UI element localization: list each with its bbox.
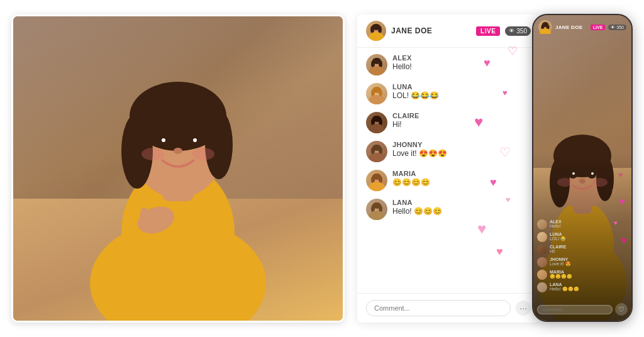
- phone-heart-icon: ♥: [614, 219, 618, 226]
- comment-content: LANA Hello! 😊😊😊: [392, 199, 442, 216]
- comment-content: LUNA LOL! 😂😂😂: [392, 83, 439, 100]
- commenter-avatar: [366, 170, 387, 191]
- phone-commenter-name: ALEX: [550, 219, 562, 224]
- comment-content: JHONNY Love it! 😍😍😍: [392, 141, 447, 158]
- commenter-name: JHONNY: [392, 141, 447, 148]
- phone-commenter-avatar: [537, 219, 547, 229]
- svg-point-9: [162, 138, 165, 142]
- phone-comment-text: Hi!: [550, 249, 566, 253]
- commenter-avatar: [366, 199, 387, 220]
- photo-frame: [11, 14, 345, 323]
- svg-point-12: [142, 148, 164, 160]
- commenter-avatar: [366, 141, 387, 162]
- svg-point-11: [174, 148, 182, 154]
- phone-commenter-avatar: [537, 232, 547, 242]
- phone-commenter-avatar: [537, 257, 547, 267]
- more-dots-icon: ···: [519, 303, 527, 313]
- svg-point-30: [369, 95, 385, 104]
- comment-text: Hello! 😊😊😊: [392, 207, 442, 216]
- phone-heart-icon: ♥: [619, 196, 626, 207]
- chat-panel: JANE DOE LIVE 👁 350: [357, 14, 540, 323]
- phone-commenter-avatar: [537, 245, 547, 255]
- svg-point-25: [369, 66, 385, 75]
- woman-illustration: [46, 16, 310, 321]
- phone-eye-icon: 👁: [611, 25, 615, 30]
- host-name-label: JANE DOE: [391, 26, 471, 35]
- comment-item: JHONNY Love it! 😍😍😍: [366, 141, 531, 162]
- phone-host-name-label: JANE DOE: [555, 25, 587, 30]
- svg-point-13: [192, 148, 214, 160]
- svg-point-40: [369, 153, 385, 162]
- svg-point-10: [193, 138, 197, 142]
- viewer-count-value: 350: [516, 28, 527, 35]
- host-avatar: [366, 21, 386, 41]
- svg-point-18: [370, 26, 374, 33]
- live-badge: LIVE: [476, 26, 500, 36]
- phone-comment-content: ALEX Hello!: [550, 219, 562, 228]
- phone-comment-input[interactable]: [537, 305, 613, 314]
- commenter-name: MARIA: [392, 170, 430, 177]
- comment-text: Hello!: [392, 62, 412, 71]
- phone-comment-text: 😊😊😊😊: [550, 274, 572, 279]
- phone-comment-content: LANA Hello! 😊😊😊: [550, 282, 579, 292]
- comment-content: ALEX Hello!: [392, 54, 412, 71]
- phone-comment-content: LUNA LOL! 😂: [550, 232, 566, 241]
- phone-commenter-name: JHONNY: [550, 257, 571, 262]
- main-container: JANE DOE LIVE 👁 350: [0, 0, 644, 337]
- phone-commenter-avatar: [537, 270, 547, 280]
- comment-input[interactable]: [366, 300, 511, 316]
- svg-point-20: [369, 32, 384, 41]
- comment-item: ALEX Hello!: [366, 54, 531, 75]
- phone-viewer-count-value: 350: [616, 25, 624, 30]
- commenter-avatar: [366, 112, 387, 133]
- commenter-name: LUNA: [392, 83, 439, 91]
- commenter-avatar: [366, 83, 387, 104]
- phone-heart-button[interactable]: ♡: [615, 303, 628, 316]
- phone-commenter-name: LANA: [550, 282, 579, 287]
- svg-point-45: [369, 182, 385, 191]
- comment-input-area: ···: [357, 293, 540, 323]
- commenter-name: CLAIRE: [392, 112, 419, 119]
- svg-point-6: [205, 110, 233, 179]
- phone-commenter-name: LUNA: [550, 232, 566, 236]
- svg-point-35: [369, 124, 385, 133]
- svg-point-19: [378, 26, 382, 33]
- phone-heart-send-icon: ♡: [618, 306, 625, 314]
- phone-comment-content: MARIA 😊😊😊😊: [550, 270, 572, 279]
- svg-point-69: [540, 28, 551, 34]
- phone-comment-text: Love it! 😍: [550, 262, 571, 267]
- comment-item: MARIA 😊😊😊😊: [366, 170, 531, 191]
- svg-point-50: [369, 211, 385, 220]
- photo-background: [13, 16, 343, 321]
- commenter-name: ALEX: [392, 54, 412, 62]
- commenter-name: LANA: [392, 199, 442, 206]
- comment-text: Love it! 😍😍😍: [392, 149, 447, 158]
- phone-comment-text: Hello! 😊😊😊: [550, 287, 579, 292]
- commenter-avatar: [366, 54, 387, 75]
- phone-heart-icon: ♥: [621, 235, 626, 245]
- phone-commenter-name: CLAIRE: [550, 245, 566, 249]
- phone-chat-header: JANE DOE LIVE 👁 350: [533, 15, 631, 36]
- phone-heart-icon: ♡: [611, 189, 616, 195]
- phone-hearts-container: ♥ ♥ ♥ ♡ ♥: [602, 157, 628, 283]
- comment-item: LANA Hello! 😊😊😊: [366, 199, 531, 220]
- phone-comment-text: LOL! 😂: [550, 236, 566, 241]
- viewer-count: 👁 350: [505, 26, 531, 36]
- phone-inner: JANE DOE LIVE 👁 350 ALEX Hello!: [533, 15, 631, 321]
- phone-host-avatar: [538, 20, 552, 34]
- comment-content: CLAIRE Hi!: [392, 112, 419, 129]
- phone-comment-content: JHONNY Love it! 😍: [550, 257, 571, 267]
- comment-text: Hi!: [392, 120, 419, 129]
- comment-item: CLAIRE Hi!: [366, 112, 531, 133]
- eye-icon: 👁: [509, 28, 514, 34]
- phone-comment-content: CLAIRE Hi!: [550, 245, 566, 253]
- comment-text: 😊😊😊😊: [392, 178, 430, 187]
- phone-live-badge: LIVE: [591, 25, 606, 30]
- phone-comment-item: LANA Hello! 😊😊😊: [537, 282, 628, 292]
- phone-commenter-name: MARIA: [550, 270, 572, 274]
- comment-item: LUNA LOL! 😂😂😂: [366, 83, 531, 104]
- comment-text: LOL! 😂😂😂: [392, 91, 439, 100]
- chat-header: JANE DOE LIVE 👁 350: [357, 14, 540, 48]
- more-options-button[interactable]: ···: [516, 301, 531, 316]
- comments-list: ALEX Hello! LUNA LOL! 😂😂😂: [357, 48, 540, 293]
